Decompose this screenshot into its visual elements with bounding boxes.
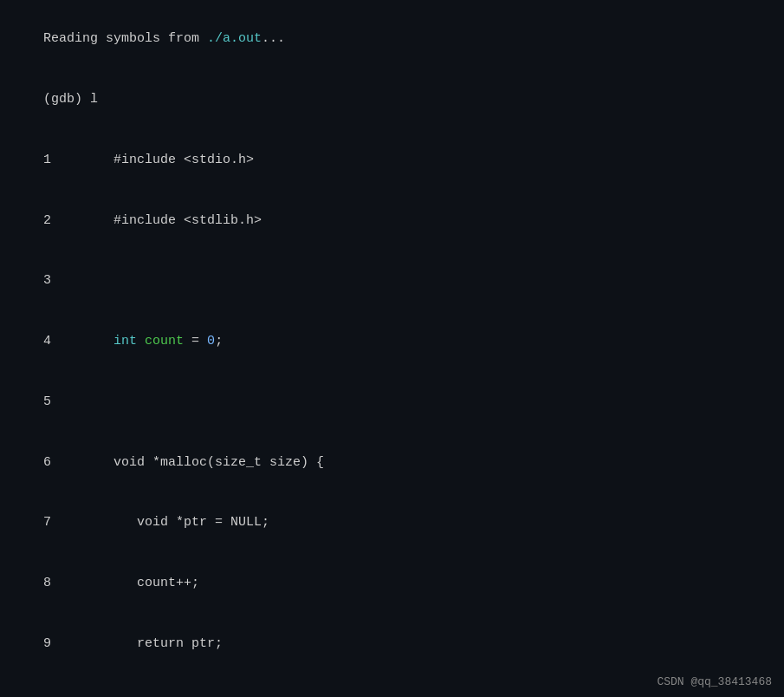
terminal: Reading symbols from ./a.out... (gdb) l … <box>0 0 784 697</box>
code-line-1: 1 #include <stdio.h> <box>12 130 772 191</box>
watermark: CSDN @qq_38413468 <box>657 675 772 688</box>
code-line-3: 3 <box>12 251 772 311</box>
reading-symbols-line: Reading symbols from ./a.out... <box>12 9 772 69</box>
reading-text: Reading symbols from <box>43 31 207 46</box>
file-path: ./a.out <box>207 31 262 46</box>
code-line-2: 2 #include <stdlib.h> <box>12 190 772 251</box>
code-line-6: 6 void *malloc(size_t size) { <box>12 432 772 492</box>
code-line-7: 7 void *ptr = NULL; <box>12 492 772 553</box>
count-var: count <box>145 334 184 348</box>
ellipsis: ... <box>262 31 285 46</box>
code-line-8: 8 count++; <box>12 553 772 614</box>
code-line-4: 4 int count = 0; <box>12 311 772 372</box>
code-line-5: 5 <box>12 372 772 433</box>
int-keyword: int <box>113 334 137 348</box>
code-line-9: 9 return ptr; <box>12 614 772 674</box>
gdb-prompt-l1: (gdb) l <box>12 69 772 130</box>
